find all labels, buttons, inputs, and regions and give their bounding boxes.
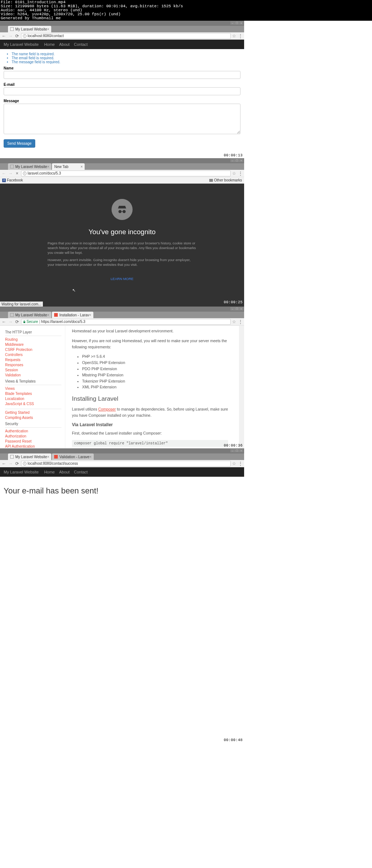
- close-tab-icon[interactable]: ×: [47, 165, 49, 169]
- learn-more-link[interactable]: LEARN MORE: [111, 277, 134, 281]
- sidebar-link[interactable]: Blade Templates: [5, 392, 61, 396]
- send-message-button[interactable]: Send Message: [4, 139, 35, 148]
- nav-home[interactable]: Home: [44, 470, 54, 474]
- reload-button[interactable]: ⟳: [15, 461, 20, 466]
- sidebar-link[interactable]: Middleware: [5, 343, 61, 347]
- url-input[interactable]: Secure | https://laravel.com/docs/5.3: [21, 319, 231, 325]
- message-textarea[interactable]: [4, 104, 240, 134]
- close-tab-icon[interactable]: ×: [47, 27, 49, 31]
- secure-badge[interactable]: Secure: [23, 320, 38, 324]
- incognito-page: You've gone incognito Pages that you vie…: [0, 184, 244, 307]
- sidebar-link[interactable]: Validation: [5, 373, 61, 377]
- forward-button[interactable]: →: [8, 461, 13, 466]
- tab-strip: My Laravel Website × New Tab ×: [0, 163, 244, 170]
- nav-contact[interactable]: Contact: [74, 42, 88, 47]
- sidebar-link[interactable]: Views: [5, 387, 61, 391]
- tab-label: My Laravel Website: [15, 27, 47, 31]
- back-button[interactable]: ←: [1, 319, 7, 324]
- sidebar-link[interactable]: Password Reset: [5, 439, 61, 443]
- forward-button[interactable]: →: [8, 33, 13, 39]
- sidebar-link[interactable]: Requests: [5, 358, 61, 362]
- close-window-button[interactable]: ×: [239, 21, 243, 25]
- tab-my-laravel[interactable]: My Laravel Website ×: [8, 163, 51, 170]
- sidebar-link[interactable]: API Authentication: [5, 444, 61, 448]
- url-input[interactable]: i localhost:8080/contact/success: [21, 461, 231, 467]
- meta-gen: Generated by Thumbnail me: [1, 16, 371, 20]
- tab-my-laravel[interactable]: My Laravel Website ×: [8, 453, 51, 460]
- success-page: Your e-mail has been sent!: [0, 477, 244, 505]
- forward-button[interactable]: →: [8, 319, 13, 324]
- sidebar-link[interactable]: Localization: [5, 397, 61, 401]
- sidebar-heading-security: Security: [5, 422, 61, 426]
- nav-contact[interactable]: Contact: [74, 470, 88, 474]
- info-icon[interactable]: i: [23, 462, 27, 465]
- tab-new-tab[interactable]: New Tab ×: [52, 163, 85, 170]
- sidebar-link[interactable]: CSRF Protection: [5, 348, 61, 352]
- maximize-button[interactable]: ▢: [235, 307, 239, 311]
- close-tab-icon[interactable]: ×: [47, 313, 49, 317]
- maximize-button[interactable]: ▢: [235, 159, 239, 162]
- reload-button[interactable]: ⟳: [15, 319, 20, 324]
- sidebar-link[interactable]: Authentication: [5, 429, 61, 433]
- maximize-button[interactable]: ▢: [235, 21, 239, 25]
- bookmark-facebook[interactable]: Facebook: [7, 178, 23, 182]
- back-button[interactable]: ←: [1, 171, 7, 176]
- email-input[interactable]: [4, 87, 240, 95]
- docs-content: Homestead as your local Laravel developm…: [65, 326, 239, 448]
- sidebar-link[interactable]: Getting Started: [5, 411, 61, 415]
- url-text: laravel.com/docs/5.3: [28, 171, 61, 175]
- minimize-button[interactable]: –: [230, 449, 235, 452]
- tab-my-laravel[interactable]: My Laravel Website ×: [8, 312, 51, 318]
- close-window-button[interactable]: ×: [239, 159, 243, 162]
- browser-menu-icon[interactable]: ⋮: [238, 33, 243, 39]
- bookmark-star-icon[interactable]: ☆: [232, 319, 236, 324]
- sidebar-link[interactable]: Compiling Assets: [5, 416, 61, 420]
- bookmark-star-icon[interactable]: ☆: [232, 171, 236, 176]
- navbar-brand[interactable]: My Laravel Website: [4, 470, 39, 474]
- minimize-button[interactable]: –: [230, 21, 235, 25]
- other-bookmarks[interactable]: Other bookmarks: [209, 178, 242, 182]
- sidebar-link[interactable]: JavaScript & CSS: [5, 402, 61, 406]
- tab-validation[interactable]: Validation - Larave ×: [52, 453, 94, 460]
- minimize-button[interactable]: –: [230, 159, 235, 162]
- sidebar-link[interactable]: Routing: [5, 337, 61, 341]
- back-button[interactable]: ←: [1, 461, 7, 466]
- close-window-button[interactable]: ×: [239, 307, 243, 311]
- scrollbar[interactable]: [239, 326, 244, 448]
- navbar-brand[interactable]: My Laravel Website: [4, 42, 39, 47]
- nav-about[interactable]: About: [59, 470, 70, 474]
- reload-button[interactable]: ⟳: [15, 33, 20, 39]
- back-button[interactable]: ←: [1, 33, 7, 39]
- info-icon[interactable]: i: [23, 34, 27, 38]
- sidebar-link[interactable]: Authorization: [5, 434, 61, 438]
- window-titlebar: – ▢ ×: [0, 307, 244, 312]
- url-input[interactable]: i laravel.com/docs/5.3: [21, 171, 231, 176]
- close-tab-icon[interactable]: ×: [89, 313, 91, 317]
- forward-button[interactable]: →: [8, 171, 13, 176]
- name-input[interactable]: [4, 71, 240, 79]
- sidebar-link[interactable]: Responses: [5, 363, 61, 367]
- info-icon[interactable]: i: [23, 172, 27, 175]
- browser-menu-icon[interactable]: ⋮: [238, 461, 243, 466]
- close-tab-icon[interactable]: ×: [47, 455, 49, 459]
- tab-my-laravel[interactable]: My Laravel Website ×: [8, 26, 51, 32]
- close-tab-icon[interactable]: ×: [89, 455, 92, 459]
- url-input[interactable]: i localhost:8080/contact: [21, 33, 231, 39]
- browser-menu-icon[interactable]: ⋮: [238, 171, 243, 176]
- nav-about[interactable]: About: [59, 42, 70, 47]
- composer-link[interactable]: Composer: [98, 407, 116, 411]
- browser-menu-icon[interactable]: ⋮: [238, 319, 243, 324]
- close-window-button[interactable]: ×: [239, 449, 243, 452]
- tab-installation[interactable]: Installation - Larav ×: [52, 312, 93, 318]
- sidebar-link[interactable]: Session: [5, 368, 61, 372]
- bookmark-star-icon[interactable]: ☆: [232, 461, 236, 466]
- bookmark-star-icon[interactable]: ☆: [232, 33, 236, 39]
- stop-button[interactable]: ×: [15, 171, 20, 176]
- minimize-button[interactable]: –: [230, 307, 235, 311]
- nav-home[interactable]: Home: [44, 42, 54, 47]
- maximize-button[interactable]: ▢: [235, 449, 239, 452]
- tab-label: New Tab: [54, 165, 68, 169]
- address-bar: ← → ⟳ Secure | https://laravel.com/docs/…: [0, 318, 244, 325]
- sidebar-link[interactable]: Controllers: [5, 353, 61, 357]
- close-tab-icon[interactable]: ×: [81, 165, 83, 169]
